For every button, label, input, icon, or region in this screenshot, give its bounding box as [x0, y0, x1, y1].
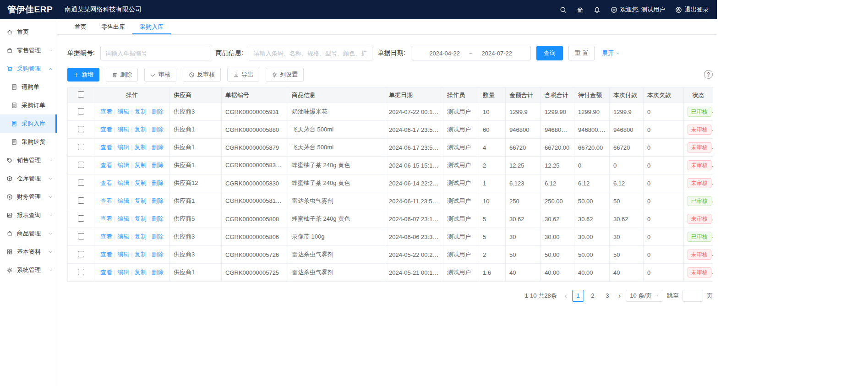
bell-icon[interactable]: [594, 6, 601, 13]
row-action-view[interactable]: 查看: [100, 233, 112, 240]
row-action-edit[interactable]: 编辑: [117, 162, 129, 169]
date-range-picker[interactable]: 2024-04-22 ~ 2024-07-22: [411, 46, 531, 60]
sidebar-item-goods[interactable]: 商品管理: [0, 224, 57, 243]
row-action-delete[interactable]: 删除: [152, 251, 164, 258]
help-icon[interactable]: ?: [704, 70, 713, 79]
row-action-view[interactable]: 查看: [100, 251, 112, 258]
bill-no-input[interactable]: [100, 46, 210, 60]
page-size-select[interactable]: 10 条/页: [626, 290, 663, 302]
date-start[interactable]: 2024-04-22: [429, 50, 460, 57]
row-action-copy[interactable]: 复制: [135, 233, 147, 240]
expand-toggle[interactable]: 展开: [602, 49, 620, 57]
search-button[interactable]: 查询: [536, 46, 563, 60]
row-action-copy[interactable]: 复制: [135, 251, 147, 258]
sidebar-item-purchase[interactable]: 采购管理: [0, 60, 57, 78]
row-action-copy[interactable]: 复制: [135, 269, 147, 276]
audit-button[interactable]: 审核: [144, 68, 176, 82]
row-checkbox[interactable]: [78, 197, 84, 204]
prev-page-button[interactable]: ‹: [563, 292, 568, 299]
sidebar-item-warehouse[interactable]: 仓库管理: [0, 169, 57, 188]
row-action-view[interactable]: 查看: [100, 162, 112, 169]
row-action-copy[interactable]: 复制: [135, 215, 147, 222]
tab-home[interactable]: 首页: [67, 19, 94, 34]
row-checkbox[interactable]: [78, 179, 84, 186]
row-action-view[interactable]: 查看: [100, 215, 112, 222]
row-action-view[interactable]: 查看: [100, 144, 112, 151]
tab-purchase-in[interactable]: 采购入库: [132, 19, 171, 34]
unaudit-button[interactable]: 反审核: [183, 68, 221, 82]
action-separator: |: [148, 269, 150, 276]
sidebar-item-retail[interactable]: 零售管理: [0, 41, 57, 60]
row-checkbox[interactable]: [78, 162, 84, 168]
row-action-copy[interactable]: 复制: [135, 108, 147, 115]
row-action-edit[interactable]: 编辑: [117, 108, 129, 115]
sidebar-item-sales[interactable]: 销售管理: [0, 151, 57, 169]
row-action-edit[interactable]: 编辑: [117, 233, 129, 240]
delete-label: 删除: [120, 71, 132, 79]
product-info-input[interactable]: [249, 46, 372, 60]
row-action-copy[interactable]: 复制: [135, 144, 147, 151]
row-action-delete[interactable]: 删除: [152, 269, 164, 276]
add-button[interactable]: 新增: [67, 68, 99, 82]
filter-bar: 单据编号: 商品信息: 单据日期: 2024-04-22 ~ 2024-07-2…: [67, 46, 713, 60]
row-action-edit[interactable]: 编辑: [117, 179, 129, 186]
search-icon[interactable]: [560, 6, 567, 13]
logout-button[interactable]: 退出登录: [675, 5, 709, 14]
row-checkbox[interactable]: [78, 108, 84, 114]
row-action-edit[interactable]: 编辑: [117, 215, 129, 222]
row-checkbox[interactable]: [78, 269, 84, 275]
welcome-user[interactable]: 欢迎您, 测试用户: [611, 5, 665, 14]
row-action-edit[interactable]: 编辑: [117, 144, 129, 151]
jump-page-input[interactable]: [682, 290, 703, 302]
row-action-view[interactable]: 查看: [100, 269, 112, 276]
sidebar-item-purchase-order[interactable]: 采购订单: [0, 96, 57, 114]
page-button-3[interactable]: 3: [601, 290, 613, 302]
reset-button[interactable]: 重 置: [568, 46, 595, 60]
sidebar-item-purchase-return[interactable]: 采购退货: [0, 133, 57, 151]
sidebar-item-reports[interactable]: 报表查询: [0, 206, 57, 224]
sidebar-item-purchase-in[interactable]: 采购入库: [0, 114, 57, 133]
row-action-delete[interactable]: 删除: [152, 108, 164, 115]
bank-icon[interactable]: [577, 6, 584, 13]
row-checkbox[interactable]: [78, 215, 84, 222]
next-page-button[interactable]: ›: [617, 292, 622, 299]
sidebar-item-basic-data[interactable]: 基本资料: [0, 243, 57, 261]
row-action-copy[interactable]: 复制: [135, 162, 147, 169]
purchase-in-table: 操作供应商单据编号商品信息单据日期操作员数量金额合计含税合计待付金额本次付款本次…: [67, 87, 713, 282]
row-checkbox[interactable]: [78, 144, 84, 150]
row-action-delete[interactable]: 删除: [152, 126, 164, 133]
row-action-edit[interactable]: 编辑: [117, 126, 129, 133]
row-checkbox[interactable]: [78, 233, 84, 239]
row-action-delete[interactable]: 删除: [152, 162, 164, 169]
row-action-delete[interactable]: 删除: [152, 233, 164, 240]
row-action-copy[interactable]: 复制: [135, 126, 147, 133]
row-action-view[interactable]: 查看: [100, 197, 112, 204]
row-checkbox[interactable]: [78, 126, 84, 132]
row-action-edit[interactable]: 编辑: [117, 269, 129, 276]
page-button-2[interactable]: 2: [587, 290, 599, 302]
row-action-delete[interactable]: 删除: [152, 144, 164, 151]
page-button-1[interactable]: 1: [572, 290, 584, 302]
delete-button[interactable]: 删除: [106, 68, 138, 82]
date-end[interactable]: 2024-07-22: [481, 50, 512, 57]
row-checkbox[interactable]: [78, 251, 84, 257]
row-action-view[interactable]: 查看: [100, 108, 112, 115]
row-action-view[interactable]: 查看: [100, 126, 112, 133]
sidebar-item-purchase-request[interactable]: 请购单: [0, 78, 57, 96]
cell-status: 未审核: [684, 210, 713, 228]
row-action-view[interactable]: 查看: [100, 179, 112, 186]
row-action-delete[interactable]: 删除: [152, 197, 164, 204]
column-settings-button[interactable]: 列设置: [266, 68, 304, 82]
tab-retail-out[interactable]: 零售出库: [94, 19, 132, 34]
row-action-edit[interactable]: 编辑: [117, 251, 129, 258]
row-action-edit[interactable]: 编辑: [117, 197, 129, 204]
sidebar-item-finance[interactable]: 财务管理: [0, 188, 57, 206]
row-action-copy[interactable]: 复制: [135, 197, 147, 204]
row-action-delete[interactable]: 删除: [152, 215, 164, 222]
row-action-copy[interactable]: 复制: [135, 179, 147, 186]
export-button[interactable]: 导出: [227, 68, 259, 82]
row-action-delete[interactable]: 删除: [152, 179, 164, 186]
sidebar-item-home[interactable]: 首页: [0, 23, 57, 41]
sidebar-item-system[interactable]: 系统管理: [0, 261, 57, 279]
select-all-checkbox[interactable]: [78, 91, 84, 98]
